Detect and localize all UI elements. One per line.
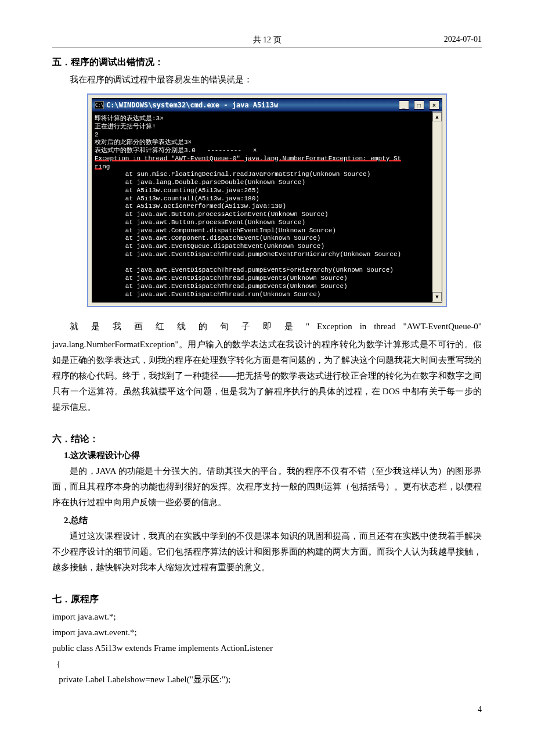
minimize-icon: _	[399, 100, 409, 110]
section-6-sub2-title: 2.总结	[64, 515, 482, 526]
code-line: import java.awt.event.*;	[52, 628, 137, 637]
cmd-exception-line: Exception in thread "AWT-EventQueue-0" j…	[95, 155, 401, 162]
cmd-window: C:\ C:\WINDOWS\system32\cmd.exe - java A…	[92, 98, 442, 303]
cmd-trace-line: at java.lang.Double.parseDouble(Unknown …	[95, 179, 305, 186]
section-5-intro: 我在程序的调试过程中最容易发生的错误就是：	[52, 72, 482, 88]
section-5-title: 五．程序的调试出错情况：	[52, 56, 482, 69]
cmd-trace-line: at java.awt.EventDispatchThread.run(Unkn…	[95, 291, 320, 298]
scroll-up-icon: ▲	[432, 112, 442, 121]
header-date: 2024-07-01	[395, 35, 482, 45]
cmd-trace-line: at A5i13w.actionPerformed(A5i13w.java:13…	[95, 203, 286, 210]
cmd-output: 即将计算的表达式是:3× 正在进行无括号计算! 2 校对后的此部分的数学表达式是…	[92, 111, 432, 302]
cmd-line: 正在进行无括号计算!	[95, 123, 156, 130]
cmd-line: 校对后的此部分的数学表达式是3×	[95, 139, 192, 146]
header-center: 共 12 页	[139, 35, 395, 45]
scroll-down-icon: ▼	[432, 292, 442, 301]
page-header: 共 12 页 2024-07-01	[52, 35, 482, 48]
cmd-titlebar: C:\ C:\WINDOWS\system32\cmd.exe - java A…	[92, 99, 442, 111]
section-6-sub2-body: 通过这次课程设计，我真的在实践中学到的不仅是课本知识的巩固和提高，而且还有在实践…	[52, 528, 482, 575]
cmd-trace-line: at java.awt.Button.processActionEvent(Un…	[95, 211, 329, 218]
code-line: import java.awt.*;	[52, 612, 116, 621]
section-5-explain-line1: 就 是 我 画 红 线 的 句 子 即 是 " Exception in thr…	[52, 319, 482, 334]
section-5-explain-body: java.lang.NumberFormatException"。用户输入的数学…	[52, 337, 482, 415]
cmd-trace-line: at java.awt.Button.processEvent(Unknown …	[95, 219, 305, 226]
cmd-trace-line: at java.awt.EventDispatchThread.pumpOneE…	[95, 251, 401, 258]
cmd-trace-line: at sun.misc.FloatingDecimal.readJavaForm…	[95, 171, 370, 178]
cmd-trace-line: at A5i13w.counting(A5i13w.java:265)	[95, 187, 259, 194]
cmd-trace-line: at java.awt.EventDispatchThread.pumpEven…	[95, 283, 348, 290]
cmd-line: 即将计算的表达式是:3×	[95, 115, 164, 122]
cmd-trace-line: at java.awt.Component.dispatchEvent(Unkn…	[95, 235, 320, 242]
code-line: private Label Labelshow=new Label("显示区:"…	[52, 675, 230, 684]
maximize-icon: □	[414, 100, 424, 110]
cmd-trace-line: at A5i13w.countall(A5i13w.java:180)	[95, 195, 259, 202]
cmd-title-text: C:\WINDOWS\system32\cmd.exe - java A5i13…	[106, 101, 278, 109]
section-6-title: 六．结论：	[52, 433, 482, 445]
cmd-line: 表达式中的数字和计算符分别是3.0 --------- ×	[95, 147, 257, 154]
cmd-icon: C:\	[95, 101, 104, 109]
cmd-screenshot-frame: C:\ C:\WINDOWS\system32\cmd.exe - java A…	[87, 93, 447, 307]
cmd-exception-line: ring	[95, 163, 110, 170]
section-6-sub1-title: 1.这次课程设计心得	[64, 450, 482, 461]
source-code: import java.awt.*; import java.awt.event…	[52, 609, 482, 687]
section-6-sub1-body: 是的，JAVA 的功能是十分强大的。借助其强大的平台。我的程序不仅有不错（至少我…	[52, 463, 482, 510]
cmd-trace-line: at java.awt.EventDispatchThread.pumpEven…	[95, 267, 394, 273]
cmd-trace-line: at java.awt.EventQueue.dispatchEvent(Unk…	[95, 243, 324, 250]
cmd-trace-line: at java.awt.EventDispatchThread.pumpEven…	[95, 275, 348, 282]
close-icon: ×	[429, 100, 439, 110]
page-number: 4	[52, 705, 482, 714]
cmd-line: 2	[95, 131, 99, 138]
cmd-scrollbar: ▲ ▼	[432, 111, 442, 302]
code-line: {	[52, 659, 61, 668]
cmd-trace-line: at java.awt.Component.dispatchEventImpl(…	[95, 227, 336, 234]
code-line: public class A5i13w extends Frame implem…	[52, 643, 273, 653]
section-7-title: 七．原程序	[52, 593, 482, 606]
